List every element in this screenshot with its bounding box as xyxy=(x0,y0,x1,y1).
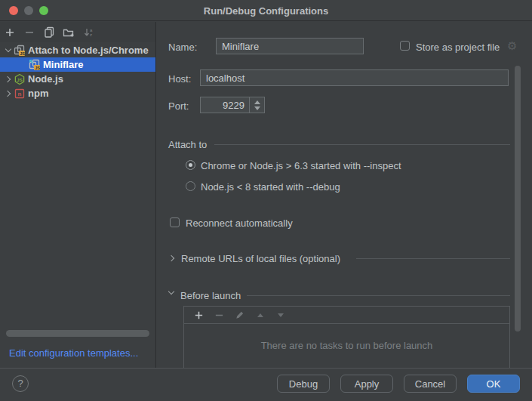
svg-text:JS: JS xyxy=(17,77,22,82)
debug-button[interactable]: Debug xyxy=(277,375,330,393)
gear-icon[interactable]: ⚙ xyxy=(507,41,517,51)
attach-node-chrome-icon: JS xyxy=(29,59,41,71)
npm-icon: n xyxy=(14,88,26,100)
attach-to-section-label: Attach to xyxy=(168,139,207,150)
edit-configuration-templates-link[interactable]: Edit configuration templates... xyxy=(9,347,138,359)
apply-button[interactable]: Apply xyxy=(340,375,393,393)
svg-text:JS: JS xyxy=(35,65,40,69)
remove-task-button[interactable] xyxy=(209,307,229,322)
svg-text:n: n xyxy=(17,91,21,97)
move-up-icon xyxy=(257,313,263,317)
sort-alphabetically-icon: a z xyxy=(83,27,94,38)
add-icon xyxy=(5,27,15,38)
sidebar-item-nodejs[interactable]: JS Node.js xyxy=(0,72,156,86)
vertical-scrollbar[interactable] xyxy=(515,66,521,332)
sidebar-toolbar: a z xyxy=(0,22,156,42)
add-icon xyxy=(194,310,204,320)
host-input[interactable] xyxy=(200,69,509,86)
remove-icon xyxy=(24,27,35,38)
chevron-down-icon[interactable] xyxy=(168,288,174,295)
ok-button[interactable]: OK xyxy=(467,375,520,393)
store-as-project-file-checkbox[interactable] xyxy=(400,41,410,51)
sidebar-item-label: npm xyxy=(28,88,48,99)
attach-inspect-label: Chrome or Node.js > 6.3 started with --i… xyxy=(201,160,401,171)
add-task-button[interactable] xyxy=(189,307,209,322)
section-divider xyxy=(356,258,510,259)
attach-inspect-radio[interactable] xyxy=(186,160,195,170)
edit-task-button[interactable] xyxy=(229,307,250,322)
port-label: Port: xyxy=(168,100,189,112)
section-divider xyxy=(214,144,510,145)
configurations-sidebar: a z JS Attach to Node.js/Chrome xyxy=(0,22,156,368)
sidebar-item-npm[interactable]: n npm xyxy=(0,86,156,100)
sort-configurations-button[interactable]: a z xyxy=(78,25,98,40)
help-button[interactable]: ? xyxy=(12,375,29,392)
sidebar-item-label: Node.js xyxy=(28,73,63,85)
chevron-right-icon[interactable] xyxy=(5,76,11,82)
before-launch-panel: There are no tasks to run before launch xyxy=(183,306,510,368)
copy-configuration-button[interactable] xyxy=(39,25,59,40)
reconnect-automatically-label: Reconnect automatically xyxy=(186,217,293,229)
host-label: Host: xyxy=(168,73,191,85)
decrement-icon[interactable] xyxy=(254,106,260,110)
before-launch-toolbar xyxy=(184,307,509,324)
window-title: Run/Debug Configurations xyxy=(0,5,532,17)
attach-node-chrome-icon: JS xyxy=(14,45,26,57)
add-configuration-button[interactable] xyxy=(0,25,20,40)
svg-text:JS: JS xyxy=(20,51,25,55)
remote-urls-section-label[interactable]: Remote URLs of local files (optional) xyxy=(181,253,340,264)
name-input[interactable] xyxy=(216,38,364,54)
attach-debug-label: Node.js < 8 started with --debug xyxy=(201,181,340,193)
chevron-right-icon[interactable] xyxy=(168,255,174,261)
attach-debug-radio[interactable] xyxy=(186,181,195,191)
sidebar-item-attach-node-chrome[interactable]: JS Attach to Node.js/Chrome xyxy=(0,43,156,57)
cancel-button[interactable]: Cancel xyxy=(404,375,457,393)
move-down-icon xyxy=(278,313,284,317)
sidebar-item-label: Attach to Node.js/Chrome xyxy=(28,45,149,56)
new-folder-icon xyxy=(63,27,75,38)
dialog-footer: ? Debug Apply Cancel OK xyxy=(0,368,532,401)
chevron-right-icon[interactable] xyxy=(5,90,11,96)
chevron-down-icon[interactable] xyxy=(5,46,11,52)
nodejs-icon: JS xyxy=(14,73,26,85)
horizontal-scrollbar[interactable] xyxy=(6,330,149,337)
increment-icon[interactable] xyxy=(254,100,260,104)
move-down-button[interactable] xyxy=(270,307,291,322)
port-stepper xyxy=(200,97,265,113)
configuration-form: Name: Store as project file ⚙ Host: Port… xyxy=(157,22,532,368)
reconnect-automatically-checkbox[interactable] xyxy=(170,217,180,227)
sidebar-item-miniflare[interactable]: JS Miniflare xyxy=(0,57,156,72)
move-up-button[interactable] xyxy=(250,307,270,322)
section-divider xyxy=(247,295,510,296)
title-bar: Run/Debug Configurations xyxy=(0,0,532,21)
copy-icon xyxy=(44,26,55,38)
remove-icon xyxy=(214,310,224,320)
svg-text:z: z xyxy=(90,32,92,37)
port-input[interactable] xyxy=(201,97,249,113)
store-as-project-file-label: Store as project file xyxy=(416,42,500,53)
port-stepper-buttons xyxy=(249,97,264,113)
name-label: Name: xyxy=(168,42,197,53)
before-launch-section-label[interactable]: Before launch xyxy=(180,290,241,301)
svg-text:a: a xyxy=(90,27,93,32)
new-folder-button[interactable] xyxy=(59,25,78,40)
edit-icon xyxy=(235,310,244,320)
remove-configuration-button[interactable] xyxy=(20,25,39,40)
sidebar-item-label: Miniflare xyxy=(43,59,83,70)
before-launch-empty-text: There are no tasks to run before launch xyxy=(184,324,509,367)
